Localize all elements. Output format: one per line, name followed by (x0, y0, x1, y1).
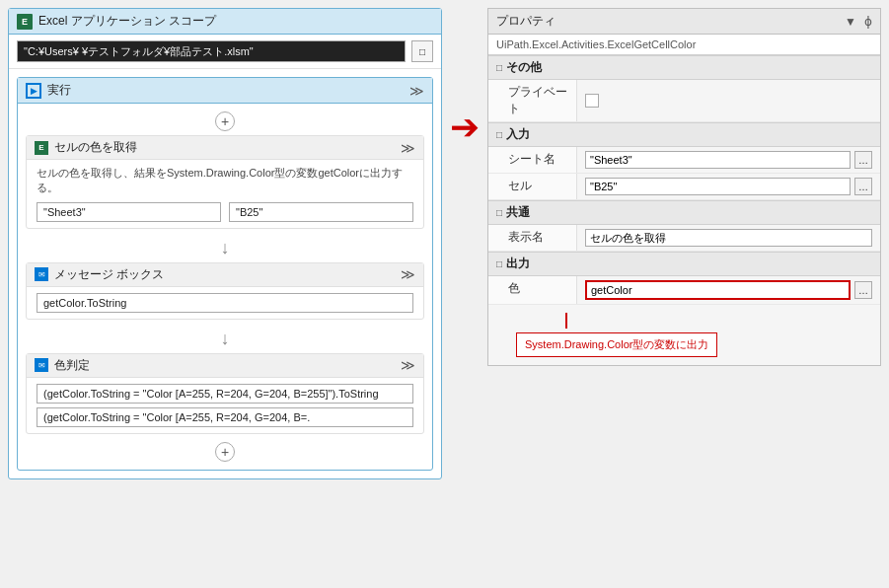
cell-color-collapse[interactable]: ≫ (401, 140, 415, 156)
color-judge-header-left: ✉ 色判定 (35, 357, 90, 374)
sheet-name-input[interactable] (585, 151, 851, 169)
properties-panel: プロパティ ▼ ɸ UiPath.Excel.Activities.ExcelG… (487, 8, 881, 366)
section-common-icon: □ (496, 207, 502, 218)
cell-input[interactable] (585, 178, 851, 195)
prop-cell-value: … (577, 174, 880, 199)
prop-displayname-value (577, 225, 880, 251)
prop-color: 色 … (488, 276, 880, 305)
cell-color-header: E セルの色を取得 ≫ (27, 136, 423, 160)
section-other: □ その他 (488, 55, 880, 80)
section-input-icon: □ (496, 129, 502, 140)
section-input-label: 入力 (506, 126, 530, 143)
close-icon[interactable]: ɸ (864, 15, 872, 29)
message-box-header-left: ✉ メッセージ ボックス (35, 266, 164, 283)
message-box-header: ✉ メッセージ ボックス ≫ (27, 263, 423, 287)
properties-titlebar: プロパティ ▼ ɸ (488, 9, 880, 35)
collapse-icon[interactable]: ≫ (409, 83, 424, 99)
title-controls: ▼ ɸ (845, 15, 872, 29)
message-box-collapse[interactable]: ≫ (401, 266, 415, 282)
section-input: □ 入力 (488, 122, 880, 147)
section-output-icon: □ (496, 258, 502, 269)
prop-private-value (577, 80, 880, 121)
annotation-area: System.Drawing.Color型の変数に出力 (488, 305, 880, 365)
sheet-name-ellipsis[interactable]: … (854, 151, 872, 169)
cell-color-body: セルの色を取得し、結果をSystem.Drawing.Color型の変数getC… (27, 160, 423, 228)
message-box-activity: ✉ メッセージ ボックス ≫ getColor.ToString (26, 262, 424, 320)
color-judge-activity: ✉ 色判定 ≫ (getColor.ToString = "Color [A=2… (26, 353, 424, 434)
prop-cell: セル … (488, 174, 880, 200)
arrow-1: ↓ (221, 237, 230, 258)
prop-sheet-value: … (577, 147, 880, 173)
color-judge-collapse[interactable]: ≫ (401, 357, 415, 373)
color-judge-field1[interactable]: (getColor.ToString = "Color [A=255, R=20… (37, 384, 413, 404)
color-output-input[interactable] (585, 280, 851, 300)
properties-title: プロパティ (496, 13, 556, 30)
annotation-box: System.Drawing.Color型の変数に出力 (516, 332, 717, 357)
file-path-text: "C:¥Users¥ ¥テストフォルダ¥部品テスト.xlsm" (24, 44, 254, 59)
execution-title: 実行 (47, 82, 71, 99)
execution-body: + E セルの色を取得 ≫ セルの色を取得し、結果をSystem.Drawing… (18, 104, 432, 470)
execution-container: ▶ 実行 ≫ + E セルの色を取得 ≫ セルの色を取得し、結果をSystem.… (17, 77, 433, 471)
cell-color-activity: E セルの色を取得 ≫ セルの色を取得し、結果をSystem.Drawing.C… (26, 135, 424, 229)
prop-displayname-label: 表示名 (488, 225, 577, 251)
prop-color-label: 色 (488, 276, 577, 304)
section-other-icon: □ (496, 62, 502, 73)
add-activity-bottom[interactable]: + (215, 442, 235, 462)
section-other-label: その他 (506, 59, 542, 76)
prop-private-label: プライベート (488, 80, 577, 121)
sheet-field[interactable]: "Sheet3" (37, 202, 221, 222)
excel-scope-panel: E Excel アプリケーション スコープ "C:¥Users¥ ¥テストフォル… (8, 8, 442, 479)
browse-button[interactable]: □ (411, 40, 433, 62)
message-box-title: メッセージ ボックス (54, 266, 164, 283)
cell-ellipsis[interactable]: … (854, 178, 872, 195)
arrow-2: ↓ (221, 328, 230, 349)
cell-color-icon: E (35, 141, 48, 155)
file-path-input[interactable]: "C:¥Users¥ ¥テストフォルダ¥部品テスト.xlsm" (17, 40, 406, 62)
color-judge-field2[interactable]: (getColor.ToString = "Color [A=255, R=20… (37, 407, 413, 427)
section-common-label: 共通 (506, 204, 530, 221)
private-checkbox[interactable] (585, 94, 599, 108)
left-panel-title: Excel アプリケーション スコープ (38, 13, 216, 30)
execution-header: ▶ 実行 ≫ (18, 78, 432, 104)
cell-color-desc: セルの色を取得し、結果をSystem.Drawing.Color型の変数getC… (37, 166, 413, 196)
prop-private: プライベート (488, 80, 880, 122)
color-judge-icon: ✉ (35, 358, 48, 372)
color-ellipsis[interactable]: … (854, 281, 872, 299)
execution-icon: ▶ (26, 83, 41, 99)
color-judge-title: 色判定 (54, 357, 90, 374)
message-box-body: getColor.ToString (27, 287, 423, 319)
file-path-bar: "C:¥Users¥ ¥テストフォルダ¥部品テスト.xlsm" □ (9, 35, 441, 69)
cell-color-header-left: E セルの色を取得 (35, 139, 137, 156)
section-common: □ 共通 (488, 200, 880, 225)
add-activity-top[interactable]: + (215, 111, 235, 131)
prop-sheet-label: シート名 (488, 147, 577, 173)
color-judge-body: (getColor.ToString = "Color [A=255, R=20… (27, 378, 423, 433)
cell-color-fields: "Sheet3" "B25" (37, 202, 413, 222)
prop-color-value: … (577, 276, 880, 304)
center-arrow-area: ➔ (450, 8, 480, 148)
properties-class: UiPath.Excel.Activities.ExcelGetCellColo… (488, 35, 880, 55)
displayname-input[interactable] (585, 229, 872, 247)
left-panel-titlebar: E Excel アプリケーション スコープ (9, 9, 441, 35)
prop-cell-label: セル (488, 174, 577, 199)
excel-icon: E (17, 14, 33, 30)
section-output: □ 出力 (488, 252, 880, 276)
exec-header-left: ▶ 実行 (26, 82, 71, 99)
message-box-field[interactable]: getColor.ToString (37, 293, 413, 313)
cell-color-title: セルの色を取得 (54, 139, 137, 156)
prop-sheet: シート名 … (488, 147, 880, 174)
section-output-label: 出力 (506, 256, 530, 272)
message-box-icon: ✉ (35, 267, 48, 281)
cell-field[interactable]: "B25" (229, 202, 413, 222)
pin-icon[interactable]: ▼ (845, 15, 856, 29)
prop-displayname: 表示名 (488, 225, 880, 252)
color-judge-header: ✉ 色判定 ≫ (27, 354, 423, 378)
red-arrow-icon: ➔ (450, 107, 480, 148)
